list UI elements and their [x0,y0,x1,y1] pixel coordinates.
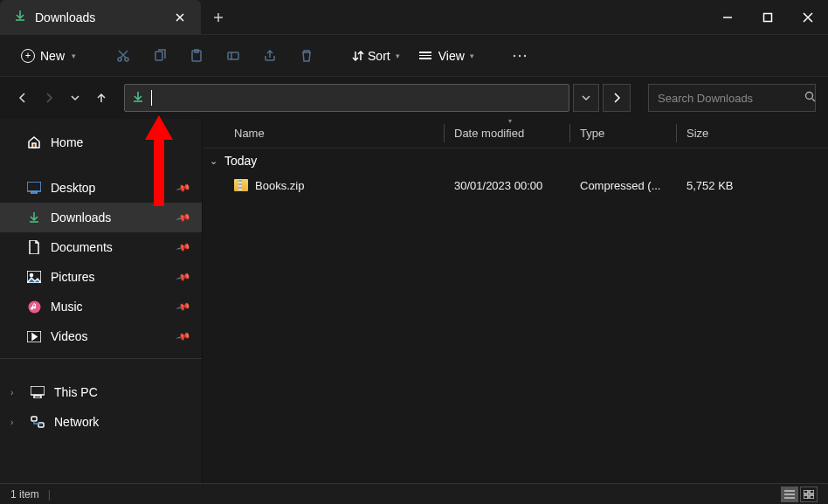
pin-icon: 📌 [176,210,192,225]
svg-point-2 [125,58,128,61]
svg-rect-6 [228,52,238,59]
sidebar-item-documents[interactable]: Documents 📌 [0,232,202,262]
navigation-row [0,77,828,119]
column-header-date[interactable]: Date modified▾ [444,119,569,148]
sidebar-item-network[interactable]: › Network [0,407,202,437]
pin-icon: 📌 [176,328,192,344]
recent-locations-button[interactable] [65,86,86,110]
file-row[interactable]: Books.zip 30/01/2023 00:00 Compressed (.… [203,173,828,197]
back-button[interactable] [12,86,33,110]
svg-point-10 [806,93,813,100]
column-header-name[interactable]: Name [224,119,444,148]
pictures-icon [26,270,42,284]
pin-icon: 📌 [176,269,192,285]
sidebar-item-home[interactable]: Home [0,128,202,157]
cut-button[interactable] [107,42,139,70]
sidebar-label: Downloads [51,211,111,224]
sidebar-item-music[interactable]: Music 📌 [0,292,202,321]
file-name: Books.zip [255,179,304,192]
active-tab[interactable]: Downloads [0,0,201,34]
network-icon [30,415,45,429]
address-history-button[interactable] [573,84,599,112]
search-input[interactable] [658,92,804,105]
paste-button[interactable] [181,42,212,70]
copy-button[interactable] [144,42,176,70]
file-date: 30/01/2023 00:00 [444,179,569,192]
view-button[interactable]: View ▾ [412,45,481,66]
search-box[interactable] [648,84,816,112]
file-type: Compressed (... [569,179,676,192]
share-button[interactable] [254,42,286,70]
list-icon [419,52,431,59]
rename-button[interactable] [217,42,249,70]
column-header-type[interactable]: Type [569,119,676,148]
svg-rect-3 [155,52,162,60]
main-area: Home Desktop 📌 Downloads 📌 Documents 📌 P… [0,119,828,483]
pc-icon [30,385,45,399]
sort-label: Sort [368,49,390,63]
pin-icon: 📌 [176,239,192,255]
address-bar[interactable] [124,84,569,112]
minimize-button[interactable] [707,0,748,34]
svg-rect-11 [32,143,36,148]
svg-rect-20 [31,417,37,421]
maximize-button[interactable] [748,0,788,34]
sort-button[interactable]: Sort ▾ [345,45,407,66]
new-tab-button[interactable] [201,0,236,34]
sidebar: Home Desktop 📌 Downloads 📌 Documents 📌 P… [0,119,203,483]
svg-rect-19 [34,396,41,398]
svg-point-7 [514,54,515,56]
desktop-icon [26,181,42,195]
svg-point-9 [524,54,526,56]
sidebar-label: Videos [51,329,88,343]
new-label: New [40,49,65,63]
search-icon [804,91,816,105]
home-icon [26,135,42,149]
svg-point-15 [31,274,33,277]
svg-rect-23 [810,490,814,494]
chevron-down-icon: ▾ [508,117,512,125]
close-tab-icon[interactable] [173,10,187,24]
download-arrow-icon [14,10,26,24]
up-button[interactable] [91,86,112,110]
download-arrow-icon [132,91,144,106]
group-today[interactable]: ⌄ Today [203,148,828,173]
videos-icon [26,329,42,343]
svg-rect-25 [810,495,814,499]
document-icon [26,240,42,254]
sidebar-item-thispc[interactable]: › This PC [0,377,202,407]
pin-icon: 📌 [176,299,192,314]
sidebar-label: Music [51,300,83,314]
forward-button[interactable] [38,86,59,110]
pin-icon: 📌 [176,180,192,196]
sidebar-label: Documents [51,240,113,254]
sidebar-item-desktop[interactable]: Desktop 📌 [0,173,202,203]
new-button[interactable]: + New ▾ [12,45,85,66]
sidebar-label: Desktop [51,181,95,195]
item-count: 1 item [10,488,39,501]
sidebar-label: Pictures [51,270,95,284]
svg-rect-24 [804,495,808,499]
chevron-right-icon: › [10,418,21,427]
chevron-down-icon: ▾ [470,52,474,60]
sidebar-item-downloads[interactable]: Downloads 📌 [0,203,202,232]
group-label: Today [224,154,257,168]
svg-rect-12 [27,182,41,191]
chevron-down-icon: ⌄ [210,155,217,167]
go-button[interactable] [603,84,631,112]
text-caret [151,90,152,106]
more-options-button[interactable] [504,42,535,70]
column-header-size[interactable]: Size [676,119,763,148]
sidebar-item-pictures[interactable]: Pictures 📌 [0,262,202,292]
close-window-button[interactable] [788,0,828,34]
delete-button[interactable] [291,42,322,70]
sidebar-item-videos[interactable]: Videos 📌 [0,321,202,351]
address-input[interactable] [159,92,562,105]
details-view-toggle[interactable] [781,487,798,502]
sidebar-label: Home [51,135,83,149]
svg-rect-18 [31,386,45,395]
plus-circle-icon: + [21,49,35,63]
window-controls [707,0,828,34]
sidebar-label: Network [54,415,99,429]
thumbnails-view-toggle[interactable] [800,487,818,502]
